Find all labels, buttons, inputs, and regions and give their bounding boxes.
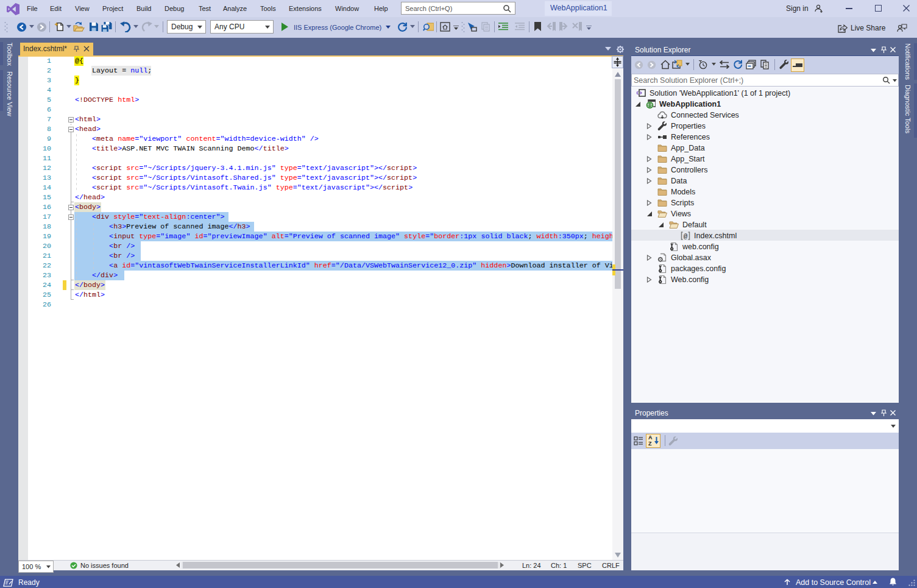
svg-text:@: @ bbox=[684, 233, 688, 240]
